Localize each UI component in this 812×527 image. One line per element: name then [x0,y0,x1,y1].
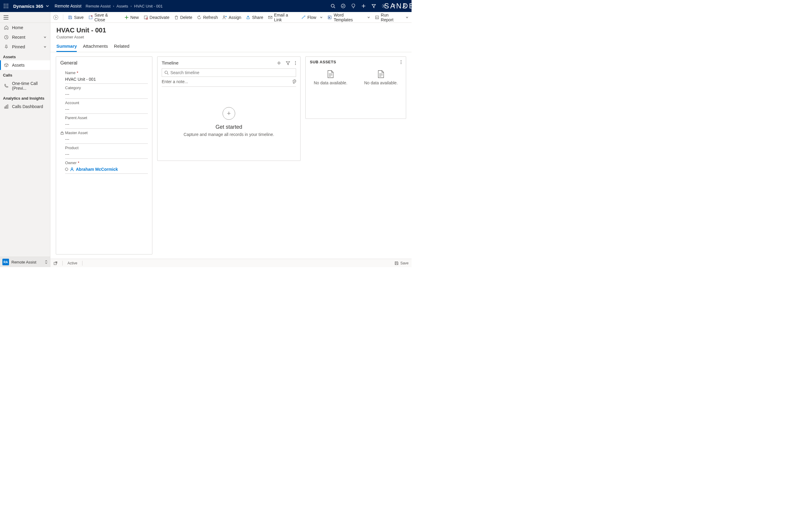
svg-point-9 [331,4,334,7]
phone-icon [4,84,9,88]
pin-icon [4,45,9,49]
account-field[interactable]: --- [65,105,148,114]
timeline-search[interactable] [162,68,296,77]
category-field[interactable]: --- [65,90,148,99]
account-label: Account [65,101,79,105]
flow-button[interactable]: Flow [302,15,323,20]
save-close-button[interactable]: Save & Close [88,13,120,22]
search-icon[interactable] [331,4,335,9]
updown-icon[interactable] [45,260,48,264]
svg-point-6 [4,8,5,9]
nav-assets[interactable]: Assets [0,60,50,70]
chevron-right-icon: › [113,4,114,8]
app-chevron-icon[interactable] [46,4,49,8]
tab-attachments[interactable]: Attachments [83,43,108,52]
svg-point-43 [165,71,168,74]
parent-asset-field[interactable]: --- [65,120,148,129]
svg-point-46 [401,61,402,62]
nav-home[interactable]: Home [0,23,50,32]
chevron-down-icon[interactable] [43,45,46,48]
nav-assets-label: Assets [12,63,46,68]
deactivate-button[interactable]: Deactivate [144,15,170,20]
share-button[interactable]: Share [246,15,263,20]
context-label[interactable]: Remote Assist [55,4,81,9]
app-launcher-icon[interactable] [2,2,10,10]
trash-icon [174,15,178,19]
chevron-down-icon[interactable] [43,36,46,39]
assign-button[interactable]: Assign [222,15,241,20]
go-back-icon[interactable] [53,15,58,20]
name-field[interactable]: HVAC Unit - 001 [65,75,148,84]
master-asset-label: Master Asset [65,130,88,135]
cube-icon [4,63,9,67]
plus-icon[interactable] [361,4,366,9]
timeline-search-input[interactable] [170,70,293,75]
save-button[interactable]: Save [68,15,84,20]
note-input[interactable]: Enter a note... [162,79,292,84]
svg-point-47 [401,63,402,64]
popout-icon[interactable] [53,261,58,265]
section-calls: Calls [0,70,50,79]
email-link-button[interactable]: Email a Link [268,13,297,22]
word-templates-button[interactable]: Word Templates [328,13,370,22]
timeline-empty-sub: Capture and manage all records in your t… [184,132,274,137]
filter-icon[interactable] [371,4,376,9]
new-button[interactable]: New [125,15,139,20]
lightbulb-icon[interactable] [351,4,356,9]
owner-label: Owner [65,160,76,165]
owner-field[interactable]: Abraham McCormick [65,165,148,174]
nav-pinned-label: Pinned [12,44,43,49]
delete-button[interactable]: Delete [174,15,192,20]
sub-assets-more-icon[interactable] [401,60,402,64]
app-name[interactable]: Dynamics 365 [13,4,43,9]
nav-dashboard-label: Calls Dashboard [12,104,46,109]
page-title: HVAC Unit - 001 [56,26,406,34]
attachment-icon[interactable] [292,80,296,84]
svg-point-11 [342,4,345,8]
presence-icon [65,168,68,171]
breadcrumb: Remote Assist › Assets › HVAC Unit - 001 [85,4,163,9]
report-icon [375,15,379,19]
refresh-icon [197,15,201,19]
timeline-title: Timeline [162,60,277,66]
category-label: Category [65,86,81,90]
refresh-button[interactable]: Refresh [197,15,218,20]
svg-point-2 [8,4,9,5]
required-marker: * [78,160,79,165]
sidebar-footer[interactable]: RA Remote Assist [0,257,50,267]
footer-badge: RA [2,259,9,265]
timeline-empty-plus-icon[interactable]: + [222,107,235,120]
nav-recent[interactable]: Recent [0,32,50,42]
breadcrumb-item-2[interactable]: Assets [116,4,128,9]
tab-summary[interactable]: Summary [56,43,77,52]
plus-icon [125,15,129,19]
chevron-right-icon: › [130,4,132,8]
hamburger-icon[interactable] [4,15,9,19]
document-icon [378,70,384,78]
panel-timeline: Timeline Enter a note... + [157,56,301,161]
timeline-more-icon[interactable] [295,61,296,65]
svg-point-1 [6,4,6,5]
owner-name: Abraham McCormick [76,167,118,172]
tab-related[interactable]: Related [114,43,130,52]
panel-sub-assets: SUB ASSETS No data available. No data av… [305,56,406,119]
nav-recent-label: Recent [12,35,43,40]
nav-calls-dashboard[interactable]: Calls Dashboard [0,102,50,111]
run-report-button[interactable]: Run Report [375,13,408,22]
status-save-label: Save [401,261,408,265]
no-data-1: No data available. [314,81,347,85]
nav-one-time-call[interactable]: One-time Call (Previ... [0,79,50,93]
timeline-add-icon[interactable] [277,61,281,65]
svg-point-0 [4,4,5,5]
save-icon [394,261,398,265]
parent-asset-label: Parent Asset [65,116,87,120]
breadcrumb-item-1[interactable]: Remote Assist [86,4,111,9]
master-asset-field: --- [65,135,148,144]
nav-pinned[interactable]: Pinned [0,42,50,52]
timeline-filter-icon[interactable] [286,61,290,65]
task-icon[interactable] [341,4,346,9]
status-save-button[interactable]: Save [394,261,408,265]
product-field[interactable]: --- [65,150,148,159]
document-icon [327,70,334,78]
breadcrumb-item-3[interactable]: HVAC Unit - 001 [134,4,163,9]
